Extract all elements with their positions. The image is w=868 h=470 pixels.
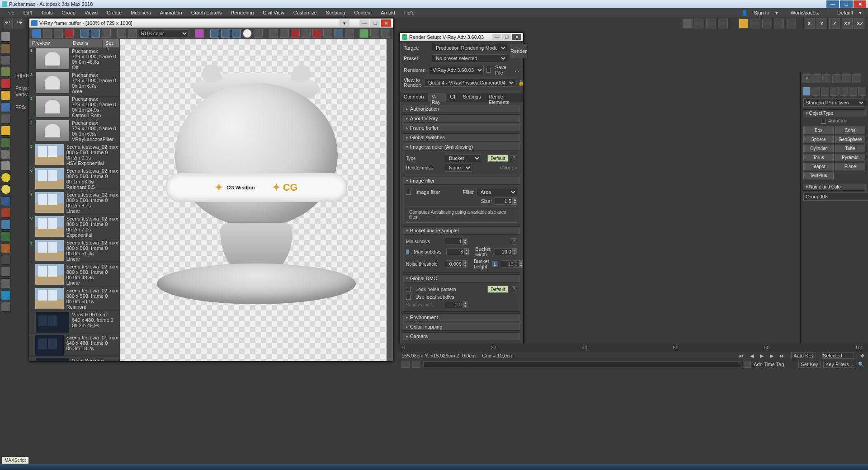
primitive-button[interactable]: Plane	[835, 163, 865, 170]
menu-grapheditors[interactable]: Graph Editors	[187, 10, 226, 15]
vfb-g-icon[interactable]	[221, 29, 230, 38]
left-tool-icon[interactable]	[1, 90, 11, 100]
addtimetag-icon[interactable]	[743, 361, 751, 368]
roll-bucket[interactable]: Bucket image sampler	[403, 226, 520, 235]
toolbar-icon[interactable]	[718, 19, 728, 28]
rs-maximize-button[interactable]: □	[502, 34, 511, 40]
history-item[interactable]: 7Scena testowa_02.max800 x 560, frame 00…	[29, 191, 120, 215]
track-icon[interactable]	[412, 361, 420, 368]
primitive-button[interactable]: TextPlus	[803, 172, 834, 179]
toolbar-icon[interactable]	[786, 19, 796, 28]
primitive-button[interactable]: Cylinder	[803, 145, 834, 152]
axis-x-button[interactable]: X	[804, 18, 815, 29]
roll-imagesampler[interactable]: Image sampler (Antialiasing)	[403, 143, 520, 151]
rs-preset-select[interactable]: No preset selected	[432, 54, 507, 62]
primitive-button[interactable]: Cone	[835, 127, 865, 134]
left-tool-icon[interactable]	[1, 255, 11, 265]
primitive-button[interactable]: Sphere	[803, 136, 834, 143]
left-tool-icon[interactable]	[1, 43, 11, 53]
toolbar-icon[interactable]	[706, 19, 716, 28]
workspaces-dropdown[interactable]: Default ▾	[828, 10, 866, 16]
left-tool-icon[interactable]	[1, 55, 11, 65]
vfb-maximize-button[interactable]: □	[370, 19, 380, 27]
left-tool-icon[interactable]	[1, 67, 11, 77]
axis-xz-button[interactable]: XZ	[854, 18, 865, 29]
spinner-icon[interactable]: ▲▼	[464, 248, 469, 255]
render-button[interactable]: Render	[510, 44, 527, 58]
left-tool-icon[interactable]	[1, 126, 11, 136]
toolbar-icon[interactable]	[750, 19, 760, 28]
vfb-tool-icon[interactable]	[334, 29, 343, 38]
nav-icon[interactable]: ✥	[860, 353, 864, 359]
bucketwidth-input[interactable]	[495, 248, 513, 255]
primitive-button[interactable]: Box	[803, 127, 834, 134]
history-item[interactable]: 4Puchar.max729 x 1000, frame 00h 1m 6,5s…	[29, 119, 120, 143]
menu-content[interactable]: Content	[350, 10, 377, 15]
play-first-icon[interactable]: ⏮	[739, 353, 744, 358]
spinner-icon[interactable]: ▲▼	[463, 260, 467, 268]
hierarchy-tab-icon[interactable]	[822, 74, 831, 83]
menu-help[interactable]: Help	[400, 10, 419, 15]
maxsubdivs-checkbox[interactable]	[406, 249, 409, 254]
menu-group[interactable]: Group	[57, 10, 80, 15]
track-scrub[interactable]	[423, 361, 740, 367]
history-item[interactable]: V-ray HDRI.max640 x 480, frame 00h 2m 49…	[29, 311, 120, 334]
left-tool-icon[interactable]	[1, 231, 11, 241]
vfb-tool-icon[interactable]	[381, 29, 390, 38]
toolbar-icon[interactable]	[683, 19, 693, 28]
rs-minimize-button[interactable]: —	[492, 34, 501, 40]
tab-gi[interactable]: GI	[446, 93, 459, 102]
menu-animation[interactable]: Animation	[156, 10, 187, 15]
left-tool-icon[interactable]	[1, 196, 11, 206]
utilities-tab-icon[interactable]	[852, 74, 861, 83]
windows-taskbar[interactable]	[0, 464, 868, 470]
left-tool-icon[interactable]	[1, 114, 11, 124]
left-tool-icon[interactable]	[1, 278, 11, 288]
rs-target-select[interactable]: Production Rendering Mode	[432, 44, 507, 52]
history-item[interactable]: 1Puchar.max729 x 1000, frame 00h 0m 48,8…	[29, 47, 120, 71]
toolbar-icon[interactable]	[694, 19, 704, 28]
history-col-setb[interactable]: Set B	[103, 39, 120, 47]
menu-rendering[interactable]: Rendering	[226, 10, 259, 15]
roll-globaldmc[interactable]: Global DMC	[403, 274, 520, 282]
modify-tab-icon[interactable]	[812, 74, 821, 83]
history-col-details[interactable]: Details	[70, 39, 103, 47]
left-tool-icon[interactable]	[1, 79, 11, 89]
maxsubdivs-input[interactable]	[446, 248, 464, 255]
play-next-icon[interactable]: ▶	[770, 353, 774, 359]
vfb-tool-icon[interactable]	[254, 29, 263, 38]
history-item[interactable]: 2Puchar.max729 x 1000, frame 00h 1m 6,7s…	[29, 71, 120, 95]
primitive-button[interactable]: Torus	[803, 154, 834, 161]
left-tool-icon[interactable]	[1, 173, 11, 183]
timeline-ruler[interactable]: 02040 6080100	[398, 343, 868, 352]
vfb-channel-select[interactable]: RGB color	[139, 29, 189, 38]
tab-renderelements[interactable]: Render Elements	[485, 93, 523, 102]
left-tool-icon[interactable]	[1, 302, 11, 312]
spinner-icon[interactable]: ▲▼	[513, 248, 517, 255]
menu-scripting[interactable]: Scripting	[321, 10, 350, 15]
roll-camera[interactable]: Camera	[403, 332, 520, 340]
selection-filter[interactable]	[822, 352, 854, 359]
history-item[interactable]: Scena testowa_02.max800 x 560, frame 00h…	[29, 287, 120, 311]
primitive-button[interactable]: Teapot	[803, 163, 834, 170]
roll-environment[interactable]: Environment	[403, 313, 520, 321]
vfb-tool-icon[interactable]	[291, 29, 300, 38]
left-tool-icon[interactable]	[1, 149, 11, 159]
menu-tools[interactable]: Tools	[37, 10, 57, 15]
vfb-render-view[interactable]: ✦CG Wisdom✦ CG	[120, 39, 393, 361]
history-item[interactable]: Scena testowa_02.max800 x 560, frame 00h…	[29, 263, 120, 287]
tab-settings[interactable]: Settings	[459, 93, 485, 102]
left-tool-icon[interactable]	[1, 208, 11, 218]
rs-renderer-select[interactable]: V-Ray Adv 3.60.03	[429, 66, 484, 74]
spinner-up-icon[interactable]: ▲▼	[513, 197, 517, 205]
vfb-tool-icon[interactable]	[359, 29, 368, 38]
dmc-default-button[interactable]: Default	[487, 286, 508, 293]
play-prev-icon[interactable]: ◀	[750, 353, 754, 359]
vfb-titlebar[interactable]: V-Ray frame buffer - [100% of 729 x 1000…	[29, 19, 393, 28]
setkey-button[interactable]: Set Key	[798, 361, 821, 368]
left-tool-icon[interactable]	[1, 290, 11, 300]
history-item[interactable]: 8Scena testowa_02.max800 x 560, frame 00…	[29, 215, 120, 239]
vfb-tool-icon[interactable]	[269, 29, 278, 38]
left-tool-icon[interactable]	[1, 184, 11, 194]
lock-view-icon[interactable]: 🔒	[518, 80, 524, 86]
